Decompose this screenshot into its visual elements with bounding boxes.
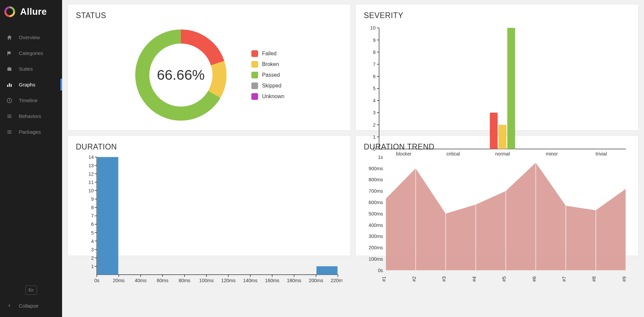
svg-text:600ms: 600ms [368,200,383,205]
svg-text:500ms: 500ms [368,211,383,216]
nav-label: Timeline [19,98,38,103]
list-icon [6,129,13,135]
svg-text:#9: #9 [622,276,627,282]
svg-text:9: 9 [373,37,376,43]
status-donut: 66.66% [134,28,228,122]
legend-swatch [251,72,258,78]
svg-text:140ms: 140ms [243,278,257,283]
svg-text:100ms: 100ms [368,256,383,262]
legend-swatch [251,82,258,89]
svg-text:14: 14 [88,155,94,160]
trend-chart: 0s100ms200ms300ms400ms500ms600ms700ms800… [364,155,630,287]
svg-text:#7: #7 [561,276,567,282]
svg-rect-42 [499,125,506,149]
sidebar-bottom: En Collapse [0,281,62,317]
nav-label: Packages [19,129,41,135]
nav-label: Behaviors [19,113,41,119]
svg-text:200ms: 200ms [309,278,323,283]
svg-text:10: 10 [88,188,94,193]
svg-text:0: 0 [373,146,376,152]
legend-label: Unknown [262,93,285,100]
language-button[interactable]: En [26,286,37,295]
svg-text:80ms: 80ms [179,278,190,283]
legend-item[interactable]: Failed [251,50,285,57]
panel-title: SEVERITY [364,11,630,20]
severity-chart: 012345678910blockercriticalnormalminortr… [364,23,630,160]
svg-text:#5: #5 [501,276,507,282]
collapse-button[interactable]: Collapse [0,300,62,312]
sidebar: Allure OverviewCategoriesSuitesGraphsTim… [0,0,62,317]
svg-text:6: 6 [373,74,376,79]
svg-text:4: 4 [91,239,94,244]
svg-text:200ms: 200ms [368,245,383,250]
legend-item[interactable]: Broken [251,61,285,68]
svg-text:#8: #8 [592,276,597,282]
donut-center-label: 66.66% [134,28,228,122]
nav-item-categories[interactable]: Categories [0,45,62,61]
svg-text:180ms: 180ms [287,278,301,283]
nav-label: Categories [19,50,43,56]
legend-swatch [251,93,258,100]
collapse-label: Collapse [19,303,38,309]
svg-text:#4: #4 [472,276,477,282]
svg-rect-100 [97,157,118,275]
nav-label: Overview [19,35,40,40]
svg-text:2: 2 [373,122,376,128]
svg-text:5: 5 [373,86,376,91]
nav-item-packages[interactable]: Packages [0,124,62,140]
svg-rect-43 [507,28,515,149]
svg-text:7: 7 [373,62,376,67]
svg-rect-5 [9,83,10,87]
svg-text:40ms: 40ms [135,278,147,283]
svg-text:800ms: 800ms [368,177,383,182]
svg-text:1: 1 [91,264,94,269]
svg-text:13: 13 [88,163,94,168]
chevron-left-icon [6,302,13,309]
clock-icon [6,97,13,104]
svg-text:220ms: 220ms [331,278,342,283]
legend-label: Broken [262,61,279,67]
nav-item-suites[interactable]: Suites [0,61,62,77]
duration-chart: 12345678910111213140s20ms40ms60ms80ms100… [76,155,342,287]
svg-text:1: 1 [373,134,376,140]
svg-text:160ms: 160ms [265,278,280,283]
legend-item[interactable]: Passed [251,72,285,78]
svg-text:11: 11 [88,180,94,185]
svg-text:300ms: 300ms [368,234,383,239]
svg-text:1s: 1s [378,155,383,160]
status-panel: STATUS 66.66% FailedBrokenPassedSkippedU… [67,4,351,131]
svg-text:0s: 0s [378,268,383,273]
svg-text:#1: #1 [381,276,387,282]
nav-item-overview[interactable]: Overview [0,29,62,45]
panel-title: STATUS [76,11,342,20]
svg-text:120ms: 120ms [221,278,236,283]
nav-label: Graphs [19,82,35,87]
svg-text:3: 3 [91,247,94,252]
legend-label: Skipped [262,83,282,89]
status-legend: FailedBrokenPassedSkippedUnknown [251,50,285,100]
main-content: STATUS 66.66% FailedBrokenPassedSkippedU… [62,0,644,317]
svg-rect-4 [7,85,8,87]
svg-text:#6: #6 [532,276,537,282]
svg-rect-101 [316,266,338,275]
svg-rect-6 [11,84,12,86]
legend-label: Failed [262,51,277,57]
duration-panel: DURATION 12345678910111213140s20ms40ms60… [67,135,351,256]
briefcase-icon [6,66,13,72]
svg-text:60ms: 60ms [157,278,168,283]
nav-item-timeline[interactable]: Timeline [0,92,62,108]
svg-rect-41 [490,113,498,149]
nav-item-behaviors[interactable]: Behaviors [0,108,62,124]
legend-item[interactable]: Skipped [251,82,285,89]
legend-swatch [251,50,258,57]
svg-text:900ms: 900ms [368,166,383,171]
svg-text:10: 10 [370,25,376,30]
allure-logo-icon [4,6,15,17]
nav-item-graphs[interactable]: Graphs [0,77,62,92]
svg-text:12: 12 [88,171,94,177]
severity-panel: SEVERITY 012345678910blockercriticalnorm… [355,4,639,131]
svg-text:3: 3 [373,110,376,115]
svg-text:100ms: 100ms [199,278,214,283]
svg-text:20ms: 20ms [113,278,125,283]
legend-item[interactable]: Unknown [251,93,285,100]
